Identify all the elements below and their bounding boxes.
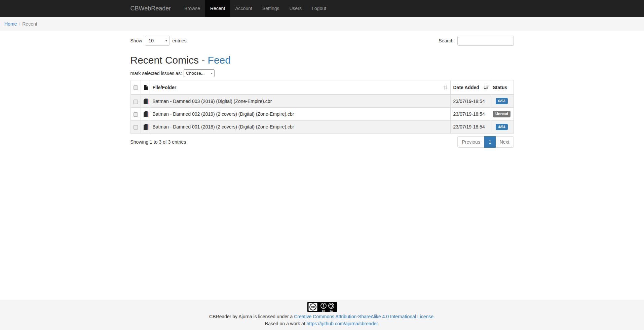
pagination: Previous 1 Next: [457, 136, 514, 148]
book-icon: [144, 124, 149, 130]
table-row: Batman - Damned 002 (2019) (2 covers) (D…: [130, 108, 514, 120]
cc-license-badge[interactable]: CC BY SA: [307, 302, 337, 312]
breadcrumb-home-link[interactable]: Home: [4, 21, 17, 27]
table-row: Batman - Damned 001 (2018) (2 covers) (D…: [130, 120, 514, 133]
breadcrumb: Home/Recent: [0, 17, 644, 31]
footer: CC BY SA CBReader by Ajurna is licensed …: [0, 300, 644, 330]
date-added-cell: 23/07/19-18:54: [450, 120, 490, 133]
book-icon: [144, 99, 149, 104]
status-badge: 6/53: [496, 98, 507, 104]
page-title: Recent Comics - Feed: [130, 54, 514, 66]
file-icon: [144, 85, 148, 90]
nav-item-settings[interactable]: Settings: [257, 0, 285, 17]
breadcrumb-current: Recent: [22, 21, 37, 27]
license-text: CBReader by Ajurna is licensed under a: [209, 314, 294, 319]
navbar-menu: Browse Recent Account Settings Users Log…: [179, 0, 331, 17]
pagination-previous[interactable]: Previous: [457, 136, 484, 148]
select-all-header: [130, 80, 141, 95]
table-controls: Show 10 ▾ entries Search:: [130, 36, 514, 46]
status-badge: Unread: [493, 111, 510, 117]
search-control: Search:: [439, 36, 514, 46]
main-content: Show 10 ▾ entries Search: Recent Comics …: [0, 31, 644, 300]
table-row: Batman - Damned 003 (2019) (Digital) (Zo…: [130, 95, 514, 108]
navbar: CBWebReader Browse Recent Account Settin…: [0, 0, 644, 17]
source-text: Based on a work at: [265, 321, 307, 326]
cc-sa-text: SA: [330, 310, 333, 312]
sort-descending-icon: [484, 85, 489, 90]
row-checkbox[interactable]: [134, 112, 138, 117]
sort-unsorted-icon: [443, 85, 448, 90]
status-badge: 4/54: [496, 124, 507, 130]
license-line: CBReader by Ajurna is licensed under a C…: [0, 313, 644, 320]
book-icon: [144, 111, 149, 117]
source-text-suffix: .: [378, 321, 379, 326]
cc-license-link[interactable]: Creative Commons Attribution-ShareAlike …: [294, 314, 435, 319]
table-info: Showing 1 to 3 of 3 entries: [130, 139, 186, 145]
brand[interactable]: CBWebReader: [125, 0, 176, 17]
show-label: Show: [130, 38, 142, 43]
page-title-text: Recent Comics -: [130, 54, 208, 66]
search-input[interactable]: [457, 36, 514, 46]
nav-item-account[interactable]: Account: [230, 0, 257, 17]
cc-logo-text: CC: [311, 305, 315, 309]
mark-selected-label: mark selected issues as:: [130, 71, 182, 76]
row-checkbox[interactable]: [134, 125, 138, 130]
person-icon: [323, 304, 324, 305]
pagination-page-1[interactable]: 1: [485, 136, 496, 148]
nav-item-logout[interactable]: Logout: [307, 0, 331, 17]
search-label: Search:: [439, 38, 455, 43]
column-header-date-added[interactable]: Date Added: [450, 80, 490, 95]
column-header-status: Status: [490, 80, 514, 95]
status-header-label: Status: [493, 85, 507, 90]
nav-item-browse[interactable]: Browse: [179, 0, 205, 17]
table-footer: Showing 1 to 3 of 3 entries Previous 1 N…: [130, 136, 514, 148]
comics-table: File/Folder Date Added Status: [130, 80, 514, 134]
file-folder-header-label: File/Folder: [153, 85, 177, 90]
date-added-cell: 23/07/19-18:54: [450, 108, 490, 120]
source-line: Based on a work at https://github.com/aj…: [0, 320, 644, 327]
icon-header: [141, 80, 150, 95]
github-link[interactable]: https://github.com/ajurna/cbreader: [307, 321, 378, 326]
select-all-checkbox[interactable]: [134, 85, 138, 90]
file-name[interactable]: Batman - Damned 003 (2019) (Digital) (Zo…: [150, 95, 450, 108]
column-header-file-folder[interactable]: File/Folder: [150, 80, 450, 95]
date-added-header-label: Date Added: [453, 85, 479, 90]
table-header-row: File/Folder Date Added Status: [130, 80, 514, 95]
nav-item-users[interactable]: Users: [284, 0, 307, 17]
page: CBWebReader Browse Recent Account Settin…: [0, 0, 644, 330]
page-length-control: Show 10 ▾ entries: [130, 36, 187, 46]
date-added-cell: 23/07/19-18:54: [450, 95, 490, 108]
cc-by-text: BY: [322, 310, 325, 312]
breadcrumb-separator: /: [19, 21, 20, 27]
file-name[interactable]: Batman - Damned 002 (2019) (2 covers) (D…: [150, 108, 450, 120]
pagination-next[interactable]: Next: [496, 136, 514, 148]
entries-label: entries: [173, 38, 187, 43]
nav-item-recent[interactable]: Recent: [205, 0, 230, 17]
row-checkbox[interactable]: [134, 100, 138, 104]
file-name[interactable]: Batman - Damned 001 (2018) (2 covers) (D…: [150, 120, 450, 133]
mark-selected-control: mark selected issues as: Choose... ▾: [130, 69, 514, 77]
feed-link[interactable]: Feed: [208, 54, 231, 66]
page-length-select[interactable]: 10: [145, 36, 170, 46]
mark-selected-select[interactable]: Choose...: [184, 69, 215, 77]
